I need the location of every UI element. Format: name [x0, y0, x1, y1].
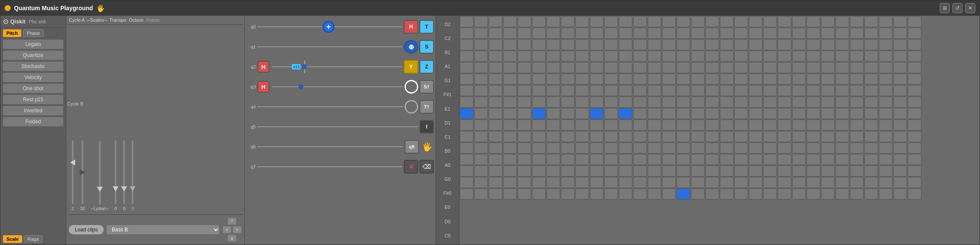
- grid-cell-r2-c29[interactable]: [879, 39, 892, 50]
- grid-cell-r6-c16[interactable]: [691, 85, 705, 96]
- grid-cell-r9-c13[interactable]: [648, 120, 661, 131]
- grid-cell-r7-c16[interactable]: [691, 97, 705, 108]
- grid-cell-r8-c1[interactable]: [474, 108, 488, 119]
- grid-cell-r15-c4[interactable]: [518, 188, 531, 199]
- grid-cell-r0-c20[interactable]: [749, 16, 762, 27]
- grid-cell-r5-c18[interactable]: [720, 74, 734, 85]
- grid-cell-r3-c6[interactable]: [547, 51, 560, 62]
- grid-cell-r6-c14[interactable]: [662, 85, 676, 96]
- grid-cell-r2-c26[interactable]: [836, 39, 849, 50]
- scales-thumb[interactable]: [97, 187, 103, 192]
- grid-cell-r7-c21[interactable]: [763, 97, 777, 108]
- grid-cell-r5-c25[interactable]: [821, 74, 835, 85]
- grid-cell-r4-c19[interactable]: [734, 62, 748, 73]
- grid-cell-r15-c0[interactable]: [460, 188, 473, 199]
- grid-cell-r11-c24[interactable]: [807, 142, 820, 154]
- grid-cell-r7-c23[interactable]: [792, 97, 806, 108]
- grid-cell-r7-c14[interactable]: [662, 97, 676, 108]
- grid-cell-r13-c16[interactable]: [691, 165, 705, 177]
- grid-cell-r1-c17[interactable]: [705, 28, 719, 39]
- grid-cell-r7-c9[interactable]: [590, 97, 603, 108]
- grid-cell-r1-c8[interactable]: [575, 28, 589, 39]
- grid-cell-r12-c24[interactable]: [807, 154, 820, 165]
- grid-cell-r12-c1[interactable]: [474, 154, 488, 165]
- grid-cell-r15-c24[interactable]: [807, 188, 820, 199]
- grid-cell-r3-c7[interactable]: [561, 51, 575, 62]
- grid-cell-r4-c4[interactable]: [518, 62, 531, 73]
- grid-cell-r13-c22[interactable]: [778, 165, 791, 177]
- transpo-thumb[interactable]: [113, 186, 119, 191]
- grid-cell-r13-c2[interactable]: [489, 165, 502, 177]
- cycle-b-thumb[interactable]: [79, 169, 85, 176]
- grid-cell-r7-c28[interactable]: [864, 97, 878, 108]
- q2-z13-gate[interactable]: z13: [292, 64, 301, 70]
- grid-cell-r5-c28[interactable]: [864, 74, 878, 85]
- grid-cell-r11-c29[interactable]: [879, 142, 892, 154]
- grid-cell-r1-c23[interactable]: [792, 28, 806, 39]
- grid-cell-r0-c30[interactable]: [893, 16, 907, 27]
- grid-cell-r9-c4[interactable]: [518, 120, 531, 131]
- grid-cell-r12-c17[interactable]: [705, 154, 719, 165]
- pitch-button[interactable]: Pitch: [3, 29, 21, 37]
- grid-cell-r3-c1[interactable]: [474, 51, 488, 62]
- grid-cell-r5-c1[interactable]: [474, 74, 488, 85]
- grid-cell-r13-c10[interactable]: [604, 165, 618, 177]
- grid-cell-r3-c2[interactable]: [489, 51, 502, 62]
- grid-cell-r15-c25[interactable]: [821, 188, 835, 199]
- grid-cell-r8-c15[interactable]: [677, 108, 690, 119]
- grid-cell-r1-c15[interactable]: [677, 28, 690, 39]
- grid-cell-r2-c13[interactable]: [648, 39, 661, 50]
- grid-cell-r15-c6[interactable]: [547, 188, 560, 199]
- q6-hand-icon[interactable]: 🖐️: [420, 140, 434, 154]
- grid-cell-r6-c19[interactable]: [734, 85, 748, 96]
- grid-cell-r8-c24[interactable]: [807, 108, 820, 119]
- grid-cell-r13-c17[interactable]: [705, 165, 719, 177]
- grid-cell-r6-c0[interactable]: [460, 85, 473, 96]
- grid-cell-r6-c24[interactable]: [807, 85, 820, 96]
- grid-cell-r0-c5[interactable]: [532, 16, 546, 27]
- grid-cell-r14-c28[interactable]: [864, 177, 878, 188]
- grid-cell-r15-c28[interactable]: [864, 188, 878, 199]
- grid-cell-r6-c3[interactable]: [503, 85, 517, 96]
- close-button[interactable]: ✕: [965, 3, 975, 13]
- grid-cell-r15-c30[interactable]: [893, 188, 907, 199]
- phase-button[interactable]: Phase: [23, 29, 44, 37]
- grid-cell-r2-c0[interactable]: [460, 39, 473, 50]
- grid-cell-r3-c3[interactable]: [503, 51, 517, 62]
- grid-cell-r2-c4[interactable]: [518, 39, 531, 50]
- grid-cell-r11-c9[interactable]: [590, 142, 603, 154]
- grid-cell-r11-c28[interactable]: [864, 142, 878, 154]
- grid-cell-r12-c11[interactable]: [619, 154, 632, 165]
- grid-cell-r12-c0[interactable]: [460, 154, 473, 165]
- grid-cell-r4-c10[interactable]: [604, 62, 618, 73]
- grid-cell-r0-c12[interactable]: [633, 16, 647, 27]
- grid-cell-r6-c20[interactable]: [749, 85, 762, 96]
- grid-cell-r5-c20[interactable]: [749, 74, 762, 85]
- grid-cell-r13-c29[interactable]: [879, 165, 892, 177]
- grid-cell-r12-c12[interactable]: [633, 154, 647, 165]
- grid-cell-r7-c6[interactable]: [547, 97, 560, 108]
- grid-cell-r13-c27[interactable]: [850, 165, 864, 177]
- grid-cell-r8-c7[interactable]: [561, 108, 575, 119]
- grid-cell-r5-c29[interactable]: [879, 74, 892, 85]
- grid-cell-r1-c29[interactable]: [879, 28, 892, 39]
- grid-cell-r0-c11[interactable]: [619, 16, 632, 27]
- grid-cell-r8-c27[interactable]: [850, 108, 864, 119]
- grid-cell-r6-c5[interactable]: [532, 85, 546, 96]
- grid-cell-r1-c28[interactable]: [864, 28, 878, 39]
- grid-cell-r1-c5[interactable]: [532, 28, 546, 39]
- grid-cell-r1-c10[interactable]: [604, 28, 618, 39]
- velocity-button[interactable]: Velocity: [3, 73, 63, 82]
- grid-cell-r13-c0[interactable]: [460, 165, 473, 177]
- grid-cell-r12-c9[interactable]: [590, 154, 603, 165]
- grid-cell-r13-c3[interactable]: [503, 165, 517, 177]
- grid-cell-r0-c28[interactable]: [864, 16, 878, 27]
- grid-cell-r4-c20[interactable]: [749, 62, 762, 73]
- grid-cell-r14-c2[interactable]: [489, 177, 502, 188]
- grid-cell-r14-c25[interactable]: [821, 177, 835, 188]
- grid-cell-r11-c17[interactable]: [705, 142, 719, 154]
- grid-cell-r10-c25[interactable]: [821, 131, 835, 142]
- grid-cell-r5-c6[interactable]: [547, 74, 560, 85]
- grid-cell-r8-c13[interactable]: [648, 108, 661, 119]
- grid-cell-r2-c1[interactable]: [474, 39, 488, 50]
